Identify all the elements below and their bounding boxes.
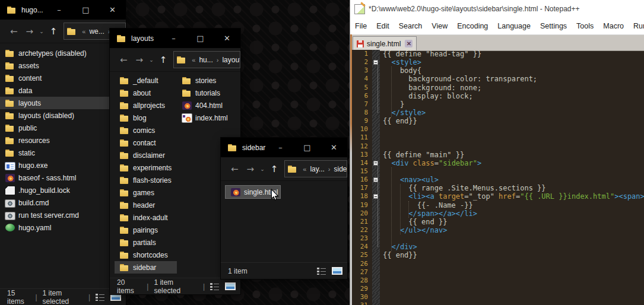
code-line[interactable]: 10 [352,125,644,134]
folder-item[interactable]: comics [115,124,177,136]
folder-item[interactable]: header [115,199,177,211]
back-button[interactable]: ← [10,26,18,37]
code-line[interactable]: 3 body{ [352,66,644,75]
thumbnail-view-icon[interactable] [332,267,342,275]
code-line[interactable]: 2 <style> [352,58,644,66]
menu-search[interactable]: Search [394,22,427,30]
folder-item[interactable]: games [115,186,177,199]
close-button[interactable]: ✕ [214,28,240,48]
code-line[interactable]: 21 {{ end }} [352,218,644,226]
code-line[interactable]: 31 [352,301,644,305]
file-item[interactable]: baseof - sass.html [0,171,126,184]
folder-item[interactable]: disclaimer [115,149,177,161]
code-line[interactable]: 28 [352,277,644,285]
folder-item[interactable]: pairings [115,224,177,236]
folder-item[interactable]: resources [0,134,126,147]
code-line[interactable]: 26 [352,260,644,268]
folder-item[interactable]: stories [177,74,236,87]
minimize-button[interactable]: – [160,28,187,48]
code-line[interactable]: 1{{ define "head-tag" }} [352,50,644,58]
up-button[interactable]: ↑ [271,164,278,174]
folder-item[interactable]: index-adult [115,211,177,224]
back-button[interactable]: ← [120,55,128,65]
breadcrumb-segment[interactable]: sidebar [334,165,347,173]
forward-button[interactable]: → [26,26,34,37]
breadcrumb-segment[interactable]: lay... [310,165,324,173]
folder-item[interactable]: _default [115,74,177,87]
menu-edit[interactable]: Edit [372,22,394,30]
address-bar[interactable]: «lay...›sidebar [284,160,347,177]
back-button[interactable]: ← [231,164,239,174]
menu-language[interactable]: Language [493,22,535,30]
folder-item[interactable]: sidebar [115,261,177,274]
fold-marker[interactable] [372,159,380,167]
folder-item[interactable]: blog [115,112,177,124]
folder-item[interactable]: about [115,87,177,99]
code-line[interactable]: 20 </span></a></li> [352,209,644,218]
code-line[interactable]: 8 </style> [352,109,644,117]
folder-item[interactable]: assets [0,59,126,72]
folder-item[interactable]: contact [115,136,177,149]
code-line[interactable]: 18 <li><a target="_top" href="{{ .URL }}… [352,192,644,201]
folder-item[interactable]: public [0,122,126,134]
history-dropdown[interactable]: ⌄ [260,166,265,172]
folder-item[interactable]: shortcodes [115,249,177,261]
maximize-button[interactable]: □ [187,28,214,48]
code-line[interactable]: 30 [352,293,644,301]
titlebar[interactable]: sidebar – □ ✕ [221,138,347,157]
folder-item[interactable]: layouts (disabled) [0,109,126,122]
thumbnail-view-icon[interactable] [225,282,236,290]
details-view-icon[interactable] [317,267,326,275]
file-item[interactable]: index.html [177,112,236,124]
code-line[interactable]: 7 } [352,100,644,109]
minimize-button[interactable]: – [46,0,72,20]
menu-settings[interactable]: Settings [535,22,572,30]
fold-marker[interactable] [372,58,380,66]
folder-item[interactable]: static [0,147,126,159]
menu-file[interactable]: File [350,22,372,30]
up-button[interactable]: ↑ [160,55,167,65]
file-item[interactable]: build.cmd [0,196,126,209]
code-line[interactable]: 17 {{ range .Site.Menus.sections }} [352,184,644,192]
code-line[interactable]: 12 [352,142,644,151]
code-line[interactable]: 25{{ end}} [352,251,644,259]
forward-button[interactable]: → [136,55,144,65]
code-line[interactable]: 15 [352,167,644,176]
code-line[interactable]: 16 <nav><ul> [352,176,644,184]
code-line[interactable]: 13{{ define "main" }} [352,151,644,159]
titlebar[interactable]: *D:\www\web2.0\hugo-site\layouts\sidebar… [350,0,644,18]
details-view-icon[interactable] [210,282,219,290]
minimize-button[interactable]: – [267,138,294,157]
details-view-icon[interactable] [96,293,104,301]
folder-item[interactable]: archetypes (disabled) [0,47,126,59]
breadcrumb[interactable]: «we...› [80,27,112,36]
code-line[interactable]: 29 [352,285,644,293]
titlebar[interactable]: layouts – □ ✕ [110,28,240,48]
folder-item[interactable]: data [0,84,126,97]
folder-item[interactable]: experiments [115,161,177,174]
close-button[interactable]: ✕ [99,0,126,20]
file-item[interactable]: hugo.yaml [0,221,126,234]
address-bar[interactable]: «hu...›layouts [173,51,240,68]
titlebar[interactable]: hugo... – □ ✕ [0,0,126,20]
folder-item[interactable]: tutorials [177,87,236,99]
folder-item[interactable]: layouts [0,97,126,109]
maximize-button[interactable]: □ [72,0,99,20]
forward-button[interactable]: → [247,164,255,174]
folder-item[interactable]: flash-stories [115,174,177,186]
code-line[interactable]: 22 </ul></nav> [352,226,644,234]
history-dropdown[interactable]: ⌄ [149,57,154,63]
tab-close-icon[interactable]: ✕ [405,40,413,47]
fold-marker[interactable] [372,192,380,201]
code-line[interactable]: 4 background-color: transparent; [352,75,644,83]
menu-tools[interactable]: Tools [572,22,598,30]
breadcrumb[interactable]: «lay...›sidebar [301,165,347,173]
breadcrumb-segment[interactable]: hu... [199,56,212,64]
code-line[interactable]: 27 [352,268,644,277]
tab-single-html[interactable]: single.html ✕ [353,36,417,50]
fold-marker[interactable] [372,176,380,184]
breadcrumb[interactable]: «hu...›layouts [190,56,240,64]
code-line[interactable]: 23 [352,234,644,243]
code-line[interactable]: 14 <div class="sidebar"> [352,159,644,167]
file-item[interactable]: 404.html [177,99,236,112]
